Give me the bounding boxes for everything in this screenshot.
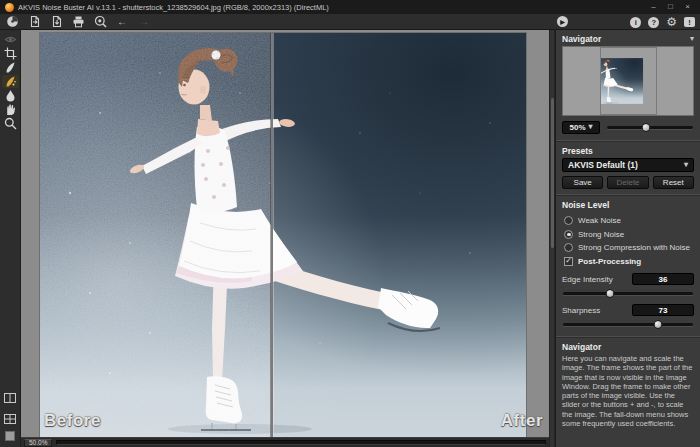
sharpness-slider-thumb[interactable]: [654, 320, 663, 329]
window-title: AKVIS Noise Buster AI v.13.1 - shutterst…: [18, 3, 329, 12]
before-after-divider[interactable]: [271, 33, 273, 437]
navigator-preview-image: [601, 48, 656, 114]
progress-bar: [56, 440, 546, 445]
panel-splitter[interactable]: [549, 30, 555, 447]
slider-track: [563, 292, 693, 295]
status-bar: 50.0%: [21, 437, 549, 447]
save-image-icon[interactable]: [49, 15, 63, 28]
smudge-brush-icon[interactable]: [2, 61, 19, 74]
print-icon[interactable]: [71, 15, 85, 28]
workspace-icon[interactable]: [5, 15, 19, 28]
slider-track: [563, 323, 693, 326]
sharpness-label: Sharpness: [562, 306, 600, 315]
info-icon[interactable]: i: [630, 17, 641, 28]
before-label: Before: [44, 411, 101, 431]
settings-panel: Navigator ▾ 50% ▾ Presets AKVIS Defaul: [555, 30, 700, 447]
noise-overlay: [40, 33, 271, 437]
hand-tool-icon[interactable]: [2, 103, 19, 116]
navigator-thumbnail[interactable]: [562, 46, 694, 116]
tool-sidebar: [0, 30, 21, 447]
edge-intensity-slider[interactable]: [562, 287, 694, 299]
image-window[interactable]: Before After: [21, 30, 549, 437]
photo-comparison[interactable]: [40, 33, 526, 437]
radio-strong-compression[interactable]: Strong Compression with Noise: [564, 241, 694, 255]
sharpness-slider[interactable]: [562, 318, 694, 330]
after-label: After: [501, 411, 543, 431]
zoom-select[interactable]: 50% ▾: [562, 121, 600, 134]
blur-drop-icon[interactable]: [2, 89, 19, 102]
reset-preset-button[interactable]: Reset: [653, 176, 694, 189]
split-view-icon[interactable]: [4, 389, 16, 407]
preset-dropdown-icon: ▾: [684, 161, 688, 169]
close-button[interactable]: ×: [680, 1, 695, 13]
radio-label: Strong Compression with Noise: [578, 243, 690, 252]
separator: [556, 194, 700, 196]
preset-dropdown[interactable]: AKVIS Default (1) ▾: [562, 158, 694, 172]
maximize-button[interactable]: □: [663, 1, 678, 13]
status-zoom-value: 50.0%: [24, 439, 52, 447]
radio-icon[interactable]: [564, 243, 573, 252]
preview-eye-icon: [2, 33, 19, 46]
radio-icon[interactable]: [564, 230, 573, 239]
help-icon[interactable]: ?: [648, 17, 659, 28]
navigator-title: Navigator: [562, 34, 601, 44]
zoom-dropdown-icon: ▾: [589, 123, 593, 131]
edge-intensity-value[interactable]: 36: [632, 273, 694, 285]
help-text: Here you can navigate and scale the imag…: [562, 354, 694, 428]
separator: [556, 140, 700, 142]
sharpness-value[interactable]: 73: [632, 304, 694, 316]
delete-preset-button[interactable]: Delete: [607, 176, 648, 189]
color-swatch[interactable]: [5, 431, 15, 441]
zoom-slider-thumb[interactable]: [641, 123, 650, 132]
redo-icon: →: [137, 15, 151, 28]
feedback-icon[interactable]: !: [684, 17, 695, 27]
undo-icon[interactable]: ←: [115, 15, 129, 28]
title-bar: AKVIS Noise Buster AI v.13.1 - shutterst…: [0, 0, 700, 14]
noise-level-title: Noise Level: [562, 200, 694, 210]
run-icon[interactable]: ▶: [557, 16, 568, 27]
skater-photo: [40, 33, 526, 437]
radio-weak-noise[interactable]: Weak Noise: [564, 214, 694, 228]
edge-intensity-label: Edge Intensity: [562, 275, 613, 284]
minimize-button[interactable]: –: [646, 1, 661, 13]
radio-label: Strong Noise: [578, 230, 624, 239]
toolbar: ← → ▶ i ? ⚙ !: [0, 14, 700, 30]
open-image-icon[interactable]: [27, 15, 41, 28]
radio-icon[interactable]: [564, 216, 573, 225]
radio-strong-noise[interactable]: Strong Noise: [564, 228, 694, 242]
checkbox-label: Post-Processing: [578, 257, 641, 266]
noise-brush-icon[interactable]: [2, 75, 19, 88]
save-preset-button[interactable]: Save: [562, 176, 603, 189]
akvis-logo-icon: [5, 3, 14, 12]
checkbox-icon[interactable]: ✓: [564, 257, 573, 266]
presets-title: Presets: [562, 146, 694, 156]
separator: [556, 336, 700, 338]
preferences-icon[interactable]: ⚙: [666, 16, 677, 28]
app-window: AKVIS Noise Buster AI v.13.1 - shutterst…: [0, 0, 700, 447]
share-icon[interactable]: [93, 15, 107, 28]
help-title: Navigator: [562, 342, 694, 352]
navigator-collapse-icon[interactable]: ▾: [690, 35, 694, 43]
post-processing-checkbox-row[interactable]: ✓ Post-Processing: [564, 255, 694, 269]
grid-view-icon[interactable]: [4, 410, 16, 428]
crop-tool-icon[interactable]: [2, 47, 19, 60]
radio-label: Weak Noise: [578, 216, 621, 225]
preset-selected: AKVIS Default (1): [568, 160, 638, 170]
zoom-slider[interactable]: [606, 121, 694, 133]
zoom-value: 50%: [569, 123, 585, 132]
zoom-tool-icon[interactable]: [2, 117, 19, 130]
edge-intensity-slider-thumb[interactable]: [605, 289, 614, 298]
